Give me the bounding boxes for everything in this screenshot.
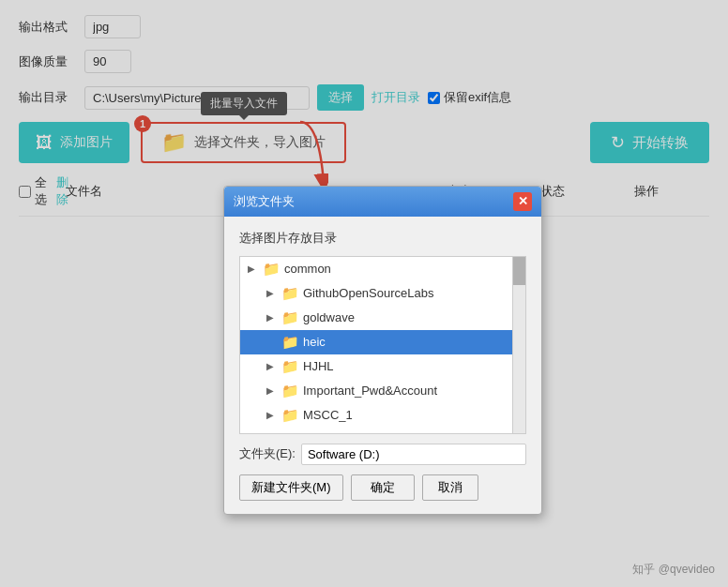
new-folder-button[interactable]: 新建文件夹(M) [239,474,343,501]
folder-icon-small: 📁 [281,309,299,326]
tree-item-label: HJHL [303,359,334,373]
folder-icon-small: 📁 [281,383,299,399]
dialog-close-button[interactable]: ✕ [513,192,532,211]
folder-icon-small: 📁 [281,358,299,375]
file-tree[interactable]: ▶📁common▶📁GithubOpenSourceLabs▶📁goldwave… [239,256,526,434]
cancel-button[interactable]: 取消 [422,474,478,501]
dialog-title: 浏览文件夹 [234,193,295,210]
tree-arrow-icon: ▶ [266,312,278,323]
folder-icon-small: 📁 [263,261,281,278]
confirm-button[interactable]: 确定 [351,474,415,501]
tree-arrow-icon: ▶ [266,288,278,298]
dialog-body: 选择图片存放目录 ▶📁common▶📁GithubOpenSourceLabs▶… [224,217,541,514]
tree-arrow-icon: ▶ [248,263,259,274]
tree-item[interactable]: ▶📁goldwave [240,306,525,330]
tree-item[interactable]: ▶📁Important_Pwd&Account [240,379,525,403]
tree-item-label: goldwave [303,310,355,324]
tree-arrow-icon: ▶ [266,361,278,371]
tree-item[interactable]: ▶📁common [240,257,525,281]
tree-item[interactable]: ▶📁MSCC_1 [240,403,525,428]
tree-item[interactable]: 📁heic [240,330,525,354]
scrollbar-thumb[interactable] [513,257,526,285]
dialog-path-input[interactable] [301,444,526,465]
tree-item-label: MSCC_1 [303,408,353,422]
tree-item-label: heic [303,335,326,349]
folder-icon-small: 📁 [281,334,299,351]
dialog-buttons: 新建文件夹(M) 确定 取消 [239,474,526,501]
tree-item[interactable]: ▶📁HJHL [240,354,525,379]
tree-arrow-icon: ▶ [266,410,278,420]
dialog-titlebar: 浏览文件夹 ✕ [224,187,541,217]
tree-arrow-icon: ▶ [266,385,278,396]
dialog-overlay: 浏览文件夹 ✕ 选择图片存放目录 ▶📁common▶📁GithubOpenSou… [0,0,728,587]
scrollbar-track[interactable] [512,257,525,433]
tree-item-label: common [284,262,331,276]
tree-items: ▶📁common▶📁GithubOpenSourceLabs▶📁goldwave… [240,257,525,428]
folder-icon-small: 📁 [281,407,299,424]
dialog-path-label: 文件夹(E): [239,445,296,462]
app-container: 输出格式 图像质量 输出目录 选择 打开目录 保留exif信息 🖼 添加图片 1… [0,0,728,587]
dialog-subtitle: 选择图片存放目录 [239,230,526,247]
dialog-path-row: 文件夹(E): [239,444,526,465]
folder-icon-small: 📁 [281,285,299,302]
tree-item-label: GithubOpenSourceLabs [303,286,433,300]
browse-folder-dialog: 浏览文件夹 ✕ 选择图片存放目录 ▶📁common▶📁GithubOpenSou… [223,186,542,515]
tree-item-label: Important_Pwd&Account [303,384,437,398]
tree-item[interactable]: ▶📁GithubOpenSourceLabs [240,281,525,306]
